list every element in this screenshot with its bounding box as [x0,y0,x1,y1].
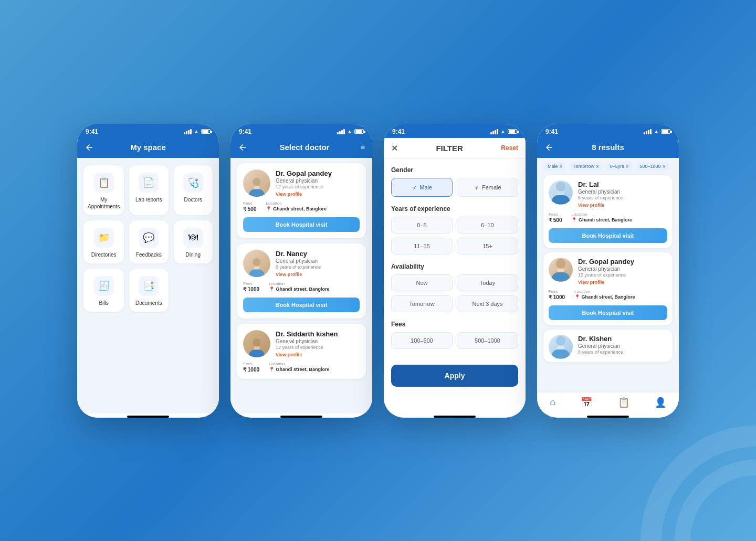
filter-option-11-15[interactable]: 11–15 [391,238,453,254]
signal-icon-1 [184,129,192,134]
filter-option-0-5[interactable]: 0–5 [391,217,453,234]
wifi-icon-4: ▲ [654,129,659,134]
nav-profile[interactable]: 👤 [655,397,666,408]
male-label: Male [419,184,432,190]
filter-option-6-10[interactable]: 6–10 [457,217,518,234]
result-avatar-kishen [549,335,573,359]
status-bar-1: 9:41 ▲ [77,124,219,138]
filter-section-availability: Availability Now Today Tomorrow Next 3 d… [391,263,518,312]
result-view-profile-lal[interactable]: View profile [578,203,667,208]
result-location-lal: Location 📍 Ghandi street, Banglore [571,212,632,223]
nav-document[interactable]: 📋 [618,397,629,408]
header-title-4: 8 results [555,143,661,152]
home-bar-4 [587,416,629,418]
view-profile-nancy[interactable]: View profile [276,272,360,277]
menu-item-appointments[interactable]: 📋 My Appointments [83,165,124,215]
remove-tag-fees[interactable]: × [663,164,666,169]
result-name-gopal2: Dr. Gopal pandey [578,258,667,266]
filter-options-gender: ♂ Male ♀ Female [391,178,518,197]
result-specialty-gopal2: General physician [578,266,667,272]
back-button-4[interactable] [544,142,555,153]
status-icons-4: ▲ [644,129,670,134]
result-meta-gopal2: Fees ₹ 1000 Location 📍 Ghandi street, Ba… [549,289,667,300]
filter-section-title-fees: Fees [391,321,518,328]
filter-tag-male[interactable]: Male × [543,162,566,171]
myspace-body: 📋 My Appointments 📄 Lab reports 🩺 Doctor… [77,158,219,413]
calendar-nav-icon: 📅 [581,397,592,408]
filter-tag-tomorrow[interactable]: Tomorrow × [569,162,603,171]
doctor-details-siddarth: Dr. Siddarth kishen General physician 12… [276,330,360,357]
feedbacks-icon: 💬 [139,228,159,248]
menu-item-feedbacks[interactable]: 💬 Feedbacks [129,220,168,263]
grid-menu: 📋 My Appointments 📄 Lab reports 🩺 Doctor… [83,165,213,312]
menu-item-doctors[interactable]: 🩺 Doctors [174,165,213,215]
doctor-list-body: Dr. Gopal pandey General physician 12 ye… [230,158,372,413]
menu-item-dining[interactable]: 🍽 Dining [174,220,213,263]
svg-point-4 [253,258,260,266]
filter-header: ✕ FILTER Reset [384,138,526,159]
doctors-icon: 🩺 [183,173,203,193]
filter-options-availability: Now Today Tomorrow Next 3 days [391,274,518,312]
doctor-info-gopal: Dr. Gopal pandey General physician 12 ye… [243,169,360,197]
filter-icon[interactable]: ≡ [361,143,365,152]
status-time-1: 9:41 [86,128,98,135]
filter-reset-button[interactable]: Reset [501,144,518,152]
menu-item-documents[interactable]: 📑 Documents [129,269,168,312]
view-profile-siddarth[interactable]: View profile [276,352,360,357]
result-name-kishen: Dr. Kishen [578,335,667,343]
feedbacks-label: Feedbacks [136,251,162,258]
book-btn-nancy[interactable]: Book Hospital visit [243,298,360,312]
home-bar-2 [280,416,322,418]
filter-option-today[interactable]: Today [457,274,518,291]
filter-option-male[interactable]: ♂ Male [391,178,453,197]
book-btn-lal[interactable]: Book Hospital visit [549,228,667,243]
result-info-kishen: Dr. Kishen General physician 8 years of … [549,335,667,359]
doctor-meta-gopal: Fees ₹ 500 Location 📍 Ghandi street, Ban… [243,201,360,212]
filter-option-now[interactable]: Now [391,274,453,291]
bottom-nav: ⌂ 📅 📋 👤 [537,392,679,413]
result-info-gopal2: Dr. Gopal pandey General physician 12 ye… [549,258,667,285]
documents-label: Documents [135,300,162,306]
back-button-1[interactable] [85,142,95,153]
doctors-label: Doctors [184,196,202,203]
result-view-profile-gopal2[interactable]: View profile [578,280,667,285]
filter-option-15plus[interactable]: 15+ [457,238,518,254]
filter-option-100-500[interactable]: 100–500 [391,332,453,349]
remove-tag-male[interactable]: × [560,164,563,169]
svg-rect-11 [558,269,564,272]
menu-item-lab-reports[interactable]: 📄 Lab reports [129,165,168,215]
svg-rect-7 [254,346,260,349]
book-btn-gopal2[interactable]: Book Hospital visit [549,305,667,320]
doctor-exp-gopal: 12 years of experience [276,184,360,189]
results-body: Male × Tomorrow × 0–5yrs × 500–1000 × [537,158,679,413]
remove-tag-tomorrow[interactable]: × [596,164,599,169]
remove-tag-experience[interactable]: × [626,164,629,169]
filter-tag-experience[interactable]: 0–5yrs × [606,162,633,171]
filter-section-experience: Years of experience 0–5 6–10 11–15 15+ [391,205,518,254]
filter-option-next3days[interactable]: Next 3 days [457,295,518,312]
doctor-specialty-nancy: General physician [276,258,360,264]
filter-section-title-experience: Years of experience [391,205,518,213]
location-item-gopal: Location 📍 Ghandi street, Banglore [266,201,327,212]
view-profile-gopal[interactable]: View profile [276,192,360,197]
filter-close-button[interactable]: ✕ [391,143,398,153]
nav-home[interactable]: ⌂ [550,397,555,408]
menu-item-bills[interactable]: 🧾 Bills [83,269,124,312]
filter-option-female[interactable]: ♀ Female [457,178,518,197]
back-button-2[interactable] [238,142,248,153]
filter-tags-row: Male × Tomorrow × 0–5yrs × 500–1000 × [543,162,673,171]
book-btn-gopal[interactable]: Book Hospital visit [243,217,360,232]
apply-button[interactable]: Apply [391,365,518,387]
doctor-info-nancy: Dr. Nancy General physician 8 years of e… [243,250,360,277]
filter-tag-fees[interactable]: 500–1000 × [636,162,670,171]
filter-section-title-gender: Gender [391,166,518,174]
filter-option-tomorrow[interactable]: Tomorrow [391,295,453,312]
filter-option-500-1000[interactable]: 500–1000 [457,332,518,349]
svg-rect-13 [558,346,564,349]
status-icons-2: ▲ [337,129,364,134]
female-label: Female [482,184,501,190]
menu-item-directories[interactable]: 📁 Directories [83,220,124,263]
doctor-specialty-gopal: General physician [276,178,360,184]
signal-icon-2 [337,129,345,134]
nav-calendar[interactable]: 📅 [581,397,592,408]
